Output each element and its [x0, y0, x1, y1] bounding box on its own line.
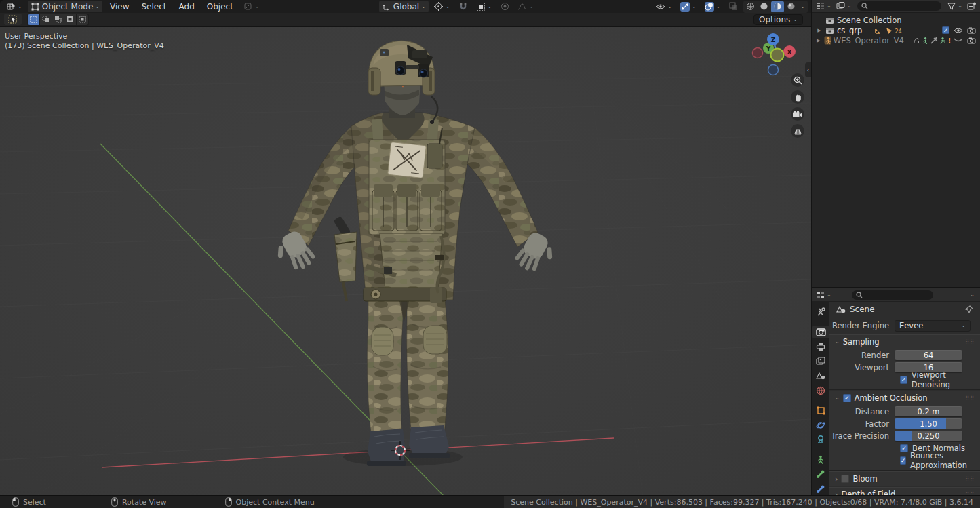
dof-panel-header[interactable]: › Depth of Field ⠿⠿ [829, 488, 980, 495]
outliner-display-mode-button[interactable]: ⌄ [835, 1, 853, 12]
ao-factor-slider[interactable]: 1.50 [895, 418, 962, 429]
tab-render[interactable] [812, 326, 829, 338]
select-mode-extend-button[interactable] [40, 14, 52, 25]
pivot-dropdown[interactable]: ⌄ [431, 1, 453, 12]
mesh-count: 24 [895, 28, 901, 35]
shading-material-button[interactable] [771, 1, 784, 12]
show-gizmo-dropdown[interactable]: ⌄ [678, 1, 699, 12]
hide-eye-icon[interactable] [954, 27, 963, 34]
tab-physics[interactable] [812, 418, 829, 431]
ao-distance-field[interactable]: 0.2 m [895, 406, 962, 416]
expand-arrow-icon[interactable]: ▶ [816, 28, 823, 33]
sampling-panel-header[interactable]: ⌄ Sampling ⠿⠿ [829, 335, 980, 349]
xray-toggle[interactable] [726, 1, 741, 12]
ortho-toggle-button[interactable] [791, 124, 804, 138]
character-model[interactable] [270, 41, 560, 466]
mouse-middle-icon [111, 497, 118, 507]
camera-view-button[interactable] [791, 107, 804, 121]
tab-output[interactable] [812, 340, 829, 353]
tab-world[interactable] [812, 385, 829, 397]
properties-editor-type-button[interactable]: ⌄ [815, 290, 833, 300]
menu-view[interactable]: View [105, 1, 134, 12]
outliner-row-cs-grp[interactable]: ▶ cs_grp 24 ✓ [812, 25, 980, 35]
select-mode-new-button[interactable] [28, 14, 39, 25]
properties-options-dropdown[interactable]: ⌄ [970, 292, 977, 298]
outliner-row-scene-collection[interactable]: Scene Collection [812, 15, 980, 25]
zoom-button[interactable] [791, 73, 804, 87]
show-overlays-dropdown[interactable]: ⌄ [702, 1, 724, 12]
editor-type-button[interactable]: ⌄ [3, 1, 25, 12]
ao-trace-slider[interactable]: 0.250 [895, 431, 962, 441]
gizmo-axis-neg-z[interactable] [768, 65, 779, 75]
viewport-denoising-checkbox[interactable]: ✓ [900, 376, 907, 384]
snap-toggle[interactable] [456, 1, 471, 12]
menu-select[interactable]: Select [136, 1, 171, 12]
menu-add[interactable]: Add [174, 1, 199, 12]
panel-grip-icon[interactable]: ⠿⠿ [965, 395, 975, 402]
expand-arrow-icon[interactable]: ▶ [816, 38, 821, 43]
tab-view-layer[interactable] [812, 355, 829, 368]
shading-dropdown[interactable]: ⌄ [798, 4, 807, 9]
mode-dropdown[interactable]: Object Mode ⌄ [28, 1, 102, 12]
panel-grip-icon[interactable]: ⠿⠿ [965, 476, 975, 482]
mouse-left-icon [12, 497, 19, 507]
orientation-dropdown[interactable]: Global ⌄ [379, 1, 429, 12]
gizmo-axis-neg-y[interactable] [771, 49, 784, 62]
bent-normals-checkbox[interactable]: ✓ [900, 444, 908, 452]
snap-settings-dropdown[interactable]: ⌄ [473, 1, 495, 12]
collection-checkbox[interactable]: ✓ [942, 26, 949, 34]
select-mode-intersect-button[interactable] [77, 14, 88, 25]
eye-closed-icon[interactable] [954, 37, 963, 43]
viewport-3d[interactable]: User Perspective (173) Scene Collection … [0, 27, 811, 495]
pin-icon[interactable] [965, 305, 973, 313]
outliner-icon [816, 2, 825, 10]
menu-object[interactable]: Object [202, 1, 238, 12]
ao-panel-header[interactable]: ⌄ ✓ Ambient Occlusion ⠿⠿ [829, 391, 980, 405]
falloff-curve-icon [517, 2, 527, 12]
render-samples-field[interactable]: 64 [895, 350, 962, 360]
pan-hand-button[interactable] [791, 90, 804, 104]
outliner-editor-type-button[interactable]: ⌄ [815, 1, 833, 12]
render-visibility-icon[interactable] [967, 37, 976, 44]
shading-wireframe-button[interactable] [744, 1, 757, 12]
tab-object[interactable] [812, 404, 829, 417]
extra-options-dropdown[interactable]: ⌄ [241, 1, 262, 12]
tab-bone-constraint[interactable] [812, 482, 829, 495]
render-engine-row: Render Engine Eevee ⌄ [829, 317, 980, 334]
proportional-edit-toggle[interactable] [497, 1, 512, 12]
tab-scene[interactable] [812, 370, 829, 383]
panel-grip-icon[interactable]: ⠿⠿ [965, 339, 975, 345]
gizmo-axis-neg-x[interactable] [753, 48, 763, 58]
tab-bone[interactable] [812, 468, 829, 481]
tab-tool[interactable] [812, 306, 829, 319]
tweak-tool-button[interactable] [4, 14, 22, 25]
bloom-checkbox[interactable]: ✓ [841, 475, 849, 483]
tab-object-data[interactable] [812, 453, 829, 466]
svg-text:X: X [787, 49, 792, 56]
bounces-approx-checkbox[interactable]: ✓ [900, 456, 906, 465]
outliner-filter-button[interactable]: ⌄ [946, 1, 964, 12]
outliner-row-wes-operator[interactable]: ▶ WES_Operator_V4 ! [812, 35, 980, 45]
viewport-samples-field[interactable]: 16 [895, 362, 962, 372]
select-mode-invert-button[interactable] [64, 14, 76, 25]
object-visibility-dropdown[interactable]: ⌄ [653, 1, 675, 12]
tab-constraints[interactable] [812, 433, 829, 446]
sidebar-toggle-arrow[interactable]: ‹ [805, 62, 811, 77]
ao-checkbox[interactable]: ✓ [843, 394, 851, 402]
properties-search-input[interactable] [865, 291, 929, 299]
shading-rendered-button[interactable] [785, 1, 798, 12]
render-visibility-icon[interactable] [967, 26, 976, 34]
breadcrumb: Scene [829, 302, 980, 317]
select-mode-subtract-button[interactable] [52, 14, 64, 25]
falloff-dropdown[interactable]: ⌄ [515, 1, 536, 12]
render-engine-dropdown[interactable]: Eevee ⌄ [895, 320, 971, 332]
new-collection-button[interactable] [966, 1, 977, 12]
view-name-label: User Perspective [5, 32, 164, 41]
properties-search[interactable] [852, 290, 933, 300]
shading-solid-button[interactable] [758, 1, 770, 12]
outliner-search[interactable] [857, 1, 941, 11]
options-dropdown[interactable]: Options ⌄ [753, 14, 803, 25]
outliner-search-input[interactable] [871, 2, 937, 10]
outliner-panel: ⌄ ⌄ ⌄ Scene Collection ▶ [812, 0, 980, 288]
bloom-panel-header[interactable]: › ✓ Bloom ⠿⠿ [829, 472, 980, 486]
